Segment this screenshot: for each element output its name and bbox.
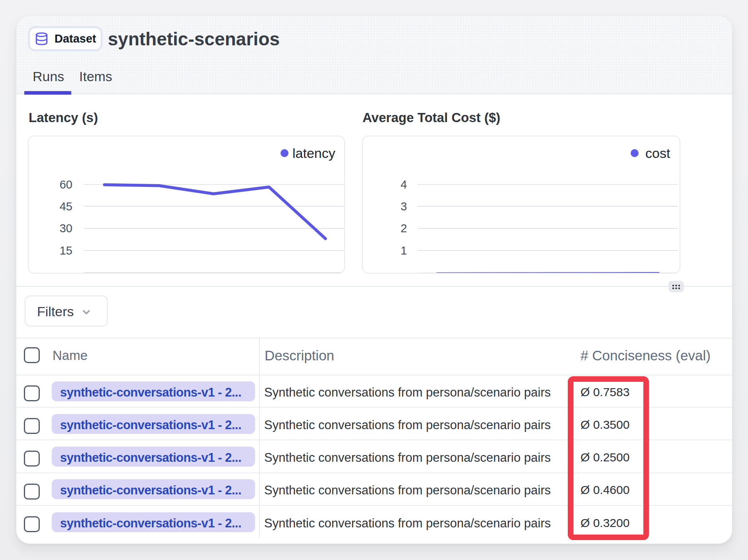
svg-text:30: 30 (60, 222, 72, 235)
svg-text:4: 4 (401, 178, 407, 191)
svg-text:1: 1 (401, 244, 407, 257)
svg-text:3: 3 (401, 200, 407, 213)
svg-text:15: 15 (60, 244, 72, 257)
svg-text:45: 45 (60, 200, 72, 213)
svg-text:2: 2 (401, 222, 407, 235)
svg-text:60: 60 (60, 178, 72, 191)
